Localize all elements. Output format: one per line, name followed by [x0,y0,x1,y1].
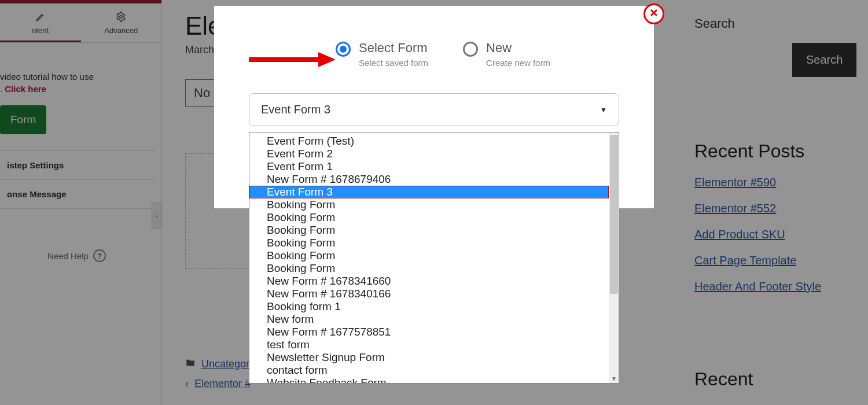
form-option[interactable]: Booking Form [249,211,609,224]
form-option[interactable]: Newsletter Signup Form [249,351,609,364]
form-option[interactable]: Event Form (Test) [249,135,609,148]
form-select-dropdown[interactable]: Event Form 3 ▼ [249,93,619,126]
scroll-down-icon[interactable]: ▼ [609,374,619,383]
form-option[interactable]: Event Form 2 [249,148,609,160]
radio-select-form[interactable]: Select Form Select saved form [336,41,428,68]
form-option[interactable]: New form [249,313,609,326]
form-option[interactable]: Booking Form [249,224,609,237]
form-option[interactable]: Booking Form [249,262,609,275]
radio-new-form[interactable]: New Create new form [463,41,550,68]
form-option[interactable]: Booking Form [249,198,609,211]
form-option[interactable]: New Form # 1678679406 [249,173,609,186]
listbox-scrollbar[interactable]: ▼ [609,132,619,383]
form-option[interactable]: Booking form 1 [249,300,609,313]
radio-icon [463,42,478,57]
form-option[interactable]: test form [249,338,609,351]
radio-select-form-title: Select Form [359,41,428,56]
form-select-listbox: Event Form (Test)Event Form 2Event Form … [249,132,619,384]
form-option[interactable]: New Form # 1677578851 [249,326,609,338]
radio-select-form-sub: Select saved form [359,58,428,68]
form-select-value: Event Form 3 [261,103,330,116]
svg-marker-2 [318,52,336,67]
form-option[interactable]: New Form # 1678341660 [249,275,609,288]
form-option[interactable]: contact form [249,364,609,377]
chevron-down-icon: ▼ [600,106,607,114]
radio-icon [336,42,351,57]
radio-new-form-sub: Create new form [486,58,550,68]
close-button[interactable] [643,3,664,24]
close-icon [649,8,659,20]
form-option[interactable]: New Form # 1678340166 [249,288,609,300]
form-option[interactable]: Booking Form [249,237,609,249]
form-option[interactable]: Event Form 3 [249,186,609,198]
form-options-list: Event Form (Test)Event Form 2Event Form … [249,132,609,383]
scrollbar-thumb[interactable] [610,135,618,294]
form-option[interactable]: Booking Form [249,249,609,262]
form-option[interactable]: Website Feedback Form [249,377,609,383]
radio-new-form-title: New [486,41,550,56]
form-option[interactable]: Event Form 1 [249,160,609,173]
annotation-arrow [249,51,336,68]
